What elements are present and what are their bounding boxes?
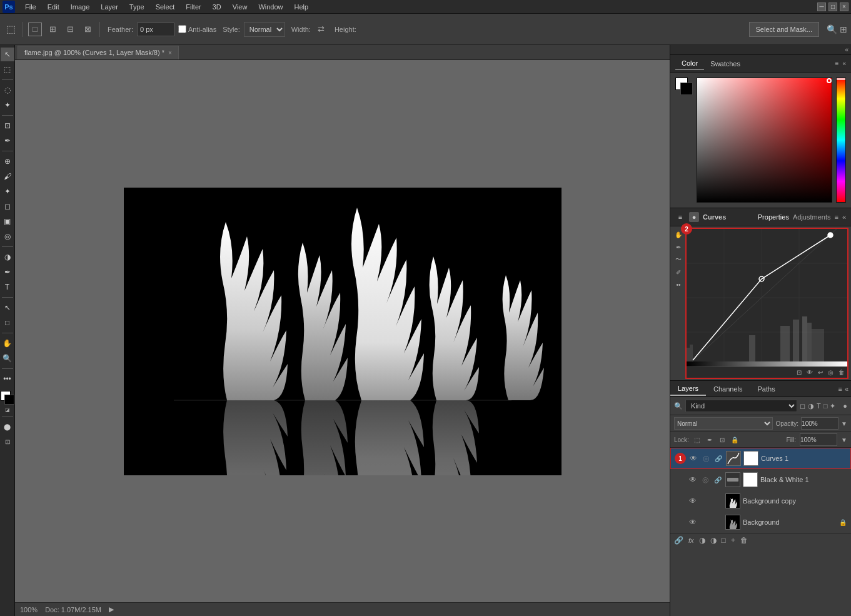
- background-color[interactable]: [4, 395, 14, 405]
- curves-pencil-tool[interactable]: ✒: [673, 241, 684, 253]
- filter-toggle[interactable]: ●: [843, 402, 847, 410]
- filter-shape-icon[interactable]: □: [823, 402, 828, 410]
- opacity-input[interactable]: [801, 417, 838, 430]
- layers-mask-icon[interactable]: ◑: [699, 536, 705, 545]
- filter-pixel-icon[interactable]: ◻: [800, 402, 805, 410]
- feather-input[interactable]: [137, 23, 174, 36]
- layers-panel-close[interactable]: «: [845, 385, 848, 393]
- layers-group-icon[interactable]: □: [722, 536, 726, 545]
- hue-slider[interactable]: [836, 78, 846, 203]
- quick-mask-icon[interactable]: ⬤: [1, 420, 14, 433]
- curves-delete-icon[interactable]: 🗑: [838, 369, 845, 376]
- layers-delete-icon[interactable]: 🗑: [740, 536, 748, 545]
- fill-arrow[interactable]: ▼: [841, 437, 847, 443]
- lock-pixels-icon[interactable]: ⬚: [693, 435, 702, 444]
- healing-tool[interactable]: ⊕: [1, 154, 14, 168]
- subtract-selection-icon[interactable]: ⊟: [63, 23, 77, 36]
- blur-tool[interactable]: ◎: [1, 230, 14, 243]
- layout-icon[interactable]: ⊞: [840, 24, 847, 34]
- eyedropper-tool[interactable]: ✒: [1, 134, 14, 148]
- lasso-tool[interactable]: ◌: [1, 83, 14, 97]
- filter-adjustment-icon[interactable]: ◑: [808, 402, 814, 410]
- eraser-tool[interactable]: ◻: [1, 199, 14, 213]
- crop-tool[interactable]: ⊡: [1, 119, 14, 133]
- menu-filter[interactable]: Filter: [181, 2, 206, 12]
- anti-alias-checkbox[interactable]: [178, 25, 186, 33]
- blend-mode-select[interactable]: Normal: [674, 417, 773, 430]
- menu-file[interactable]: File: [20, 2, 41, 12]
- path-select-tool[interactable]: ↖: [1, 301, 14, 315]
- swap-dimensions-icon[interactable]: ⇄: [315, 23, 328, 36]
- menu-select[interactable]: Select: [151, 2, 180, 12]
- curves-smooth-tool[interactable]: ✐: [673, 266, 684, 278]
- move-tool[interactable]: ↖: [1, 48, 14, 61]
- color-panel-collapse[interactable]: «: [842, 60, 846, 67]
- adjustments-tab[interactable]: Adjustments: [793, 213, 831, 221]
- curves1-mask-visibility[interactable]: ◎: [701, 453, 711, 463]
- curves-eye-icon[interactable]: 👁: [807, 369, 813, 376]
- artboard-icon[interactable]: ⊡: [1, 435, 14, 448]
- curves-clip-icon[interactable]: ⊡: [797, 369, 802, 376]
- color-tab[interactable]: Color: [675, 57, 704, 70]
- panel-collapse-btn[interactable]: «: [845, 46, 848, 53]
- search-icon[interactable]: 🔍: [827, 24, 837, 34]
- lock-artboards-icon[interactable]: ⊡: [718, 435, 727, 444]
- layer-row-bg[interactable]: 👁 Background 🔒: [670, 512, 851, 533]
- bg-visibility[interactable]: 👁: [688, 517, 698, 527]
- channels-tab[interactable]: Channels: [706, 383, 750, 395]
- layer-row-bg-copy[interactable]: 👁 Background copy: [670, 490, 851, 512]
- curves-points-tool[interactable]: ••: [673, 279, 684, 290]
- menu-view[interactable]: View: [228, 2, 253, 12]
- clone-tool[interactable]: ✦: [1, 184, 14, 198]
- fill-input[interactable]: [800, 433, 837, 446]
- menu-help[interactable]: Help: [290, 2, 314, 12]
- curves-curve-tool[interactable]: 〜: [673, 254, 684, 265]
- curves1-visibility[interactable]: 👁: [688, 453, 698, 463]
- layers-link-icon[interactable]: 🔗: [674, 536, 683, 545]
- color-swatch-preview[interactable]: [675, 78, 693, 95]
- layers-tab[interactable]: Layers: [670, 382, 706, 396]
- lock-all-icon[interactable]: 🔒: [730, 435, 739, 444]
- filter-smart-icon[interactable]: ✦: [830, 402, 835, 410]
- properties-tab[interactable]: Properties: [758, 213, 789, 221]
- dodge-tool[interactable]: ◑: [1, 250, 14, 264]
- layer-row-curves1[interactable]: 1 👁 ◎ 🔗 Curves 1: [670, 448, 851, 469]
- layers-fx-icon[interactable]: fx: [688, 537, 694, 544]
- default-colors-icon[interactable]: ◪: [5, 407, 10, 413]
- filter-text-icon[interactable]: T: [817, 402, 821, 410]
- bgcopy-visibility[interactable]: 👁: [688, 496, 698, 506]
- intersect-selection-icon[interactable]: ⊠: [81, 23, 94, 36]
- swatches-tab[interactable]: Swatches: [704, 58, 747, 70]
- bw1-mask-visibility[interactable]: ◎: [700, 475, 710, 485]
- color-swatches[interactable]: [1, 391, 14, 405]
- bw1-visibility[interactable]: 👁: [688, 475, 698, 485]
- expand-arrow[interactable]: ▶: [109, 605, 114, 613]
- maximize-btn[interactable]: □: [828, 3, 837, 11]
- curves1-link[interactable]: 🔗: [713, 453, 723, 463]
- pen-tool[interactable]: ✒: [1, 265, 14, 279]
- shape-tool[interactable]: □: [1, 316, 14, 330]
- layer-row-bw1[interactable]: 👁 ◎ 🔗 Black & White 1: [670, 469, 851, 490]
- layers-panel-menu[interactable]: ≡: [838, 385, 842, 393]
- menu-image[interactable]: Image: [66, 2, 95, 12]
- lock-position-icon[interactable]: ✒: [705, 435, 714, 444]
- select-and-mask-button[interactable]: Select and Mask...: [749, 22, 820, 37]
- menu-3d[interactable]: 3D: [208, 2, 226, 12]
- hand-tool[interactable]: ✋: [1, 336, 14, 350]
- panel-close-icon[interactable]: «: [842, 213, 846, 221]
- new-selection-icon[interactable]: □: [28, 23, 42, 36]
- paths-tab[interactable]: Paths: [750, 383, 783, 395]
- opacity-arrow[interactable]: ▼: [841, 420, 847, 427]
- layers-new-icon[interactable]: +: [731, 536, 735, 545]
- document-tab[interactable]: flame.jpg @ 100% (Curves 1, Layer Mask/8…: [18, 46, 179, 59]
- add-selection-icon[interactable]: ⊞: [46, 23, 59, 36]
- brush-tool[interactable]: 🖌: [1, 169, 14, 183]
- dots-tool[interactable]: •••: [1, 372, 14, 386]
- menu-layer[interactable]: Layer: [96, 2, 123, 12]
- style-select[interactable]: Normal: [244, 22, 285, 37]
- marquee-tool-icon[interactable]: ⬚: [4, 23, 18, 36]
- zoom-tool[interactable]: 🔍: [1, 351, 14, 365]
- tab-close-button[interactable]: ×: [168, 49, 172, 56]
- menu-edit[interactable]: Edit: [43, 2, 64, 12]
- menu-type[interactable]: Type: [124, 2, 149, 12]
